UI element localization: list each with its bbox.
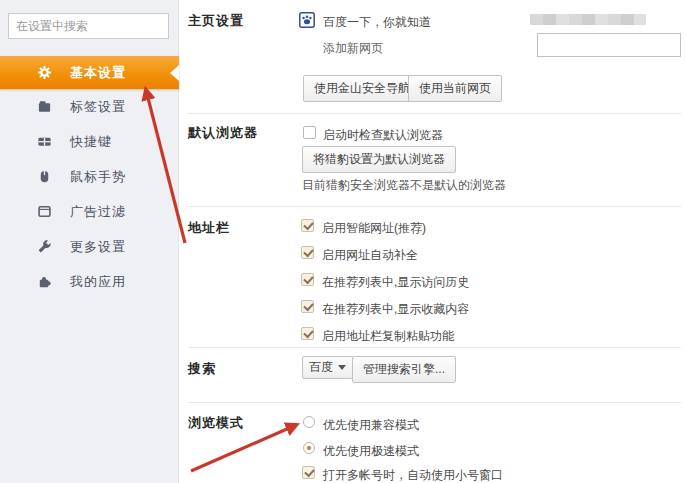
speed-mode-radio[interactable] xyxy=(303,442,315,454)
checkbox-label: 打开多帐号时，自动使用小号窗口 xyxy=(323,467,503,483)
censored-site-url xyxy=(530,14,646,25)
search-engine-dropdown[interactable]: 百度 xyxy=(302,356,353,379)
section-title-homepage: 主页设置 xyxy=(188,12,244,30)
caret-down-icon xyxy=(338,365,346,370)
section-title-search: 搜索 xyxy=(188,360,216,378)
section-divider xyxy=(188,347,681,348)
section-title-address-bar: 地址栏 xyxy=(188,219,230,237)
sidebar-item-label: 基本设置 xyxy=(70,64,126,82)
use-kingsoft-navigation-button[interactable]: 使用金山安全导航 xyxy=(303,75,421,102)
sidebar-item-my-apps[interactable]: 我的应用 xyxy=(0,264,179,299)
radio-label: 优先使用极速模式 xyxy=(323,443,419,460)
settings-page: 基本设置 标签设置 xyxy=(0,0,687,483)
smart-url-checkbox[interactable] xyxy=(301,219,314,232)
checkbox-label: 启用智能网址(推荐) xyxy=(322,220,426,237)
sidebar-item-mouse-gestures[interactable]: 鼠标手势 xyxy=(0,159,179,194)
homepage-site-name[interactable]: 百度一下，你就知道 xyxy=(323,14,431,31)
active-item-notch xyxy=(170,65,179,81)
show-history-checkbox[interactable] xyxy=(301,273,314,286)
set-default-browser-button[interactable]: 将猎豹设置为默认浏览器 xyxy=(302,146,456,173)
puzzle-icon xyxy=(36,274,52,290)
use-current-page-button[interactable]: 使用当前网页 xyxy=(408,75,502,102)
sidebar-item-label: 我的应用 xyxy=(70,273,126,291)
settings-content: 主页设置 百度一下，你就知道 添加新网页 使用金山安全导航 使用当前网页 默认浏… xyxy=(180,0,687,483)
keyboard-icon xyxy=(36,134,52,150)
multi-account-small-window-checkbox[interactable] xyxy=(302,466,315,479)
copy-paste-checkbox[interactable] xyxy=(301,327,314,340)
default-browser-status-text: 目前猎豹安全浏览器不是默认的浏览器 xyxy=(302,177,506,194)
compatibility-mode-radio[interactable] xyxy=(303,416,315,428)
search-engine-selected: 百度 xyxy=(309,359,333,376)
mouse-icon xyxy=(36,169,52,185)
checkbox-label: 启动时检查默认浏览器 xyxy=(323,127,443,144)
add-new-page-link[interactable]: 添加新网页 xyxy=(323,40,383,57)
sidebar-item-shortcuts[interactable]: 快捷键 xyxy=(0,124,179,159)
sidebar-item-label: 广告过滤 xyxy=(70,203,126,221)
sidebar-item-label: 标签设置 xyxy=(70,98,126,116)
sidebar-nav: 基本设置 标签设置 xyxy=(0,56,179,299)
sidebar-item-basic-settings[interactable]: 基本设置 xyxy=(0,56,179,89)
sidebar-item-tab-settings[interactable]: 标签设置 xyxy=(0,89,179,124)
checkbox-label: 启用地址栏复制粘贴功能 xyxy=(322,328,454,345)
gear-icon xyxy=(36,65,52,81)
show-favorites-checkbox[interactable] xyxy=(301,300,314,313)
sidebar-item-ad-filter[interactable]: 广告过滤 xyxy=(0,194,179,229)
new-homepage-url-input[interactable] xyxy=(537,33,681,57)
radio-label: 优先使用兼容模式 xyxy=(323,417,419,434)
section-title-default-browser: 默认浏览器 xyxy=(188,124,258,142)
section-divider xyxy=(188,113,681,114)
tab-icon xyxy=(36,99,52,115)
checkbox-label: 启用网址自动补全 xyxy=(322,247,418,264)
search-input[interactable] xyxy=(8,13,169,39)
section-divider xyxy=(188,206,681,207)
window-icon xyxy=(36,204,52,220)
url-autocomplete-checkbox[interactable] xyxy=(301,246,314,259)
sidebar-item-label: 更多设置 xyxy=(70,238,126,256)
sidebar-item-label: 鼠标手势 xyxy=(70,168,126,186)
manage-search-engines-button[interactable]: 管理搜索引擎... xyxy=(352,356,456,383)
baidu-paw-icon xyxy=(299,12,315,28)
sidebar-item-label: 快捷键 xyxy=(70,133,112,151)
section-divider xyxy=(188,402,681,403)
wrench-icon xyxy=(36,239,52,255)
section-title-browse-mode: 浏览模式 xyxy=(188,414,244,432)
sidebar: 基本设置 标签设置 xyxy=(0,0,179,483)
checkbox-label: 在推荐列表中,显示访问历史 xyxy=(322,274,469,291)
check-default-on-startup-checkbox[interactable] xyxy=(303,126,316,139)
sidebar-item-more-settings[interactable]: 更多设置 xyxy=(0,229,179,264)
checkbox-label: 在推荐列表中,显示收藏内容 xyxy=(322,301,469,318)
